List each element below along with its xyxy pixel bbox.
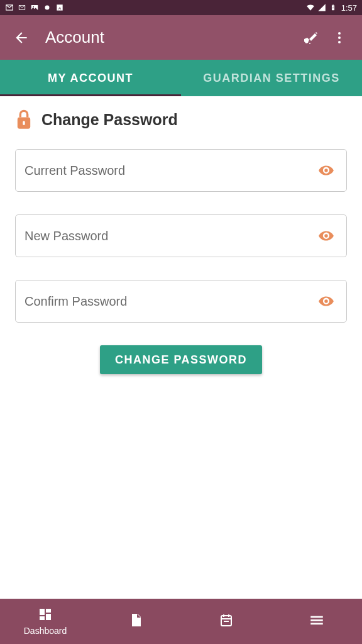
nav-dashboard[interactable]: Dashboard <box>0 599 90 644</box>
section-header: Change Password <box>15 109 347 130</box>
photos-icon <box>30 3 39 12</box>
svg-point-3 <box>45 6 50 10</box>
gmail-icon <box>18 3 26 12</box>
confirm-password-input[interactable] <box>25 294 309 309</box>
status-time: 1:57 <box>341 3 357 13</box>
nav-menu[interactable] <box>272 599 362 644</box>
tab-bar: MY ACCOUNT GUARDIAN SETTINGS <box>0 60 362 96</box>
svg-rect-27 <box>310 623 323 625</box>
menu-icon <box>309 612 325 631</box>
toggle-visibility-button[interactable] <box>315 290 337 313</box>
overflow-menu-button[interactable] <box>326 24 353 52</box>
app-bar: Account <box>0 15 362 60</box>
svg-rect-7 <box>332 4 334 5</box>
nav-calendar[interactable] <box>181 599 272 644</box>
document-icon <box>128 613 143 630</box>
new-password-input[interactable] <box>25 229 309 243</box>
current-password-field[interactable] <box>15 149 347 192</box>
page-title: Account <box>45 28 298 47</box>
nav-document[interactable] <box>90 599 181 644</box>
content-area: Change Password CHANGE PASSWORD <box>0 96 362 599</box>
lock-icon <box>15 109 33 130</box>
status-bar: A 1:57 <box>0 0 362 15</box>
tab-guardian-settings[interactable]: GUARDIAN SETTINGS <box>181 60 362 96</box>
wifi-icon <box>306 3 315 12</box>
dashboard-icon <box>38 607 53 625</box>
app-notif-icon <box>43 3 52 12</box>
font-icon: A <box>55 3 64 12</box>
back-button[interactable] <box>9 25 34 50</box>
signal-icon <box>317 3 326 12</box>
svg-rect-15 <box>23 121 25 125</box>
status-system: 1:57 <box>306 3 357 13</box>
svg-point-12 <box>338 36 341 39</box>
svg-point-10 <box>305 39 307 40</box>
tab-my-account[interactable]: MY ACCOUNT <box>0 60 181 96</box>
svg-rect-25 <box>310 616 323 618</box>
calendar-icon <box>219 613 234 630</box>
section-title: Change Password <box>41 111 178 129</box>
toggle-visibility-button[interactable] <box>315 225 337 247</box>
tab-label: MY ACCOUNT <box>48 72 133 85</box>
svg-rect-26 <box>310 619 323 621</box>
edit-button[interactable] <box>298 24 326 52</box>
status-notifications: A <box>5 3 64 12</box>
svg-point-2 <box>33 6 34 8</box>
confirm-password-field[interactable] <box>15 280 347 323</box>
svg-rect-18 <box>40 616 45 620</box>
current-password-input[interactable] <box>25 164 309 178</box>
nav-label: Dashboard <box>24 626 67 636</box>
svg-text:A: A <box>58 6 61 11</box>
svg-point-8 <box>307 41 308 42</box>
svg-rect-19 <box>46 614 51 620</box>
new-password-field[interactable] <box>15 214 347 257</box>
bottom-nav: Dashboard <box>0 599 362 644</box>
battery-icon <box>329 3 337 12</box>
svg-point-13 <box>338 41 341 43</box>
svg-rect-17 <box>46 609 51 613</box>
tab-label: GUARDIAN SETTINGS <box>203 72 340 85</box>
svg-point-11 <box>338 32 341 35</box>
svg-point-9 <box>309 43 310 44</box>
svg-rect-16 <box>40 609 45 615</box>
mail-icon <box>5 3 14 12</box>
change-password-button[interactable]: CHANGE PASSWORD <box>100 345 262 374</box>
toggle-visibility-button[interactable] <box>315 159 337 182</box>
